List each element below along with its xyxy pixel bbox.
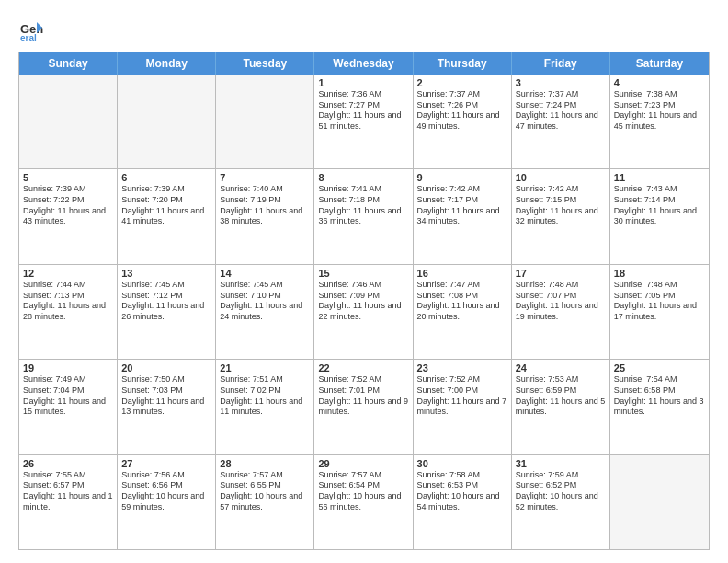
svg-text:eral: eral [20, 33, 37, 42]
cell-info: Sunrise: 7:38 AM Sunset: 7:23 PM Dayligh… [614, 89, 705, 132]
cell-date: 25 [614, 362, 705, 373]
calendar-cell: 30Sunrise: 7:58 AM Sunset: 6:53 PM Dayli… [414, 455, 512, 549]
calendar-cell: 16Sunrise: 7:47 AM Sunset: 7:08 PM Dayli… [414, 265, 512, 359]
cell-info: Sunrise: 7:57 AM Sunset: 6:55 PM Dayligh… [220, 470, 310, 513]
cell-date: 3 [516, 77, 606, 88]
calendar: SundayMondayTuesdayWednesdayThursdayFrid… [18, 52, 710, 550]
cell-info: Sunrise: 7:42 AM Sunset: 7:15 PM Dayligh… [516, 184, 606, 227]
cell-date: 12 [23, 268, 113, 279]
calendar-cell: 29Sunrise: 7:57 AM Sunset: 6:54 PM Dayli… [314, 455, 413, 549]
cell-info: Sunrise: 7:43 AM Sunset: 7:14 PM Dayligh… [614, 184, 705, 227]
cell-info: Sunrise: 7:49 AM Sunset: 7:04 PM Dayligh… [23, 374, 113, 418]
cell-date: 31 [516, 458, 606, 469]
cell-info: Sunrise: 7:58 AM Sunset: 6:53 PM Dayligh… [417, 470, 507, 513]
cell-date: 24 [516, 362, 606, 373]
calendar-cell: 8Sunrise: 7:41 AM Sunset: 7:18 PM Daylig… [314, 169, 413, 263]
cell-date: 13 [121, 268, 211, 279]
cell-date: 1 [318, 77, 408, 88]
cell-date: 22 [318, 362, 408, 373]
cell-info: Sunrise: 7:59 AM Sunset: 6:52 PM Dayligh… [516, 470, 606, 513]
calendar-cell: 27Sunrise: 7:56 AM Sunset: 6:56 PM Dayli… [118, 455, 216, 549]
calendar-cell: 14Sunrise: 7:45 AM Sunset: 7:10 PM Dayli… [216, 265, 314, 359]
calendar-cell: 19Sunrise: 7:49 AM Sunset: 7:04 PM Dayli… [19, 360, 118, 454]
calendar-cell: 18Sunrise: 7:48 AM Sunset: 7:05 PM Dayli… [610, 265, 709, 359]
cell-info: Sunrise: 7:36 AM Sunset: 7:27 PM Dayligh… [318, 89, 408, 132]
cell-info: Sunrise: 7:50 AM Sunset: 7:03 PM Dayligh… [121, 374, 211, 418]
cell-date: 10 [516, 172, 606, 183]
cell-date: 18 [614, 268, 705, 279]
cell-date: 26 [23, 458, 113, 469]
cell-info: Sunrise: 7:47 AM Sunset: 7:08 PM Dayligh… [417, 280, 507, 323]
calendar-cell: 31Sunrise: 7:59 AM Sunset: 6:52 PM Dayli… [512, 455, 610, 549]
calendar-cell: 2Sunrise: 7:37 AM Sunset: 7:26 PM Daylig… [414, 75, 512, 168]
cell-info: Sunrise: 7:46 AM Sunset: 7:09 PM Dayligh… [318, 280, 408, 323]
calendar-cell: 11Sunrise: 7:43 AM Sunset: 7:14 PM Dayli… [610, 169, 709, 263]
header-cell-wednesday: Wednesday [314, 52, 413, 75]
cell-info: Sunrise: 7:39 AM Sunset: 7:22 PM Dayligh… [23, 184, 113, 227]
header-cell-thursday: Thursday [414, 52, 512, 75]
header-cell-sunday: Sunday [19, 52, 118, 75]
cell-info: Sunrise: 7:52 AM Sunset: 7:00 PM Dayligh… [417, 374, 507, 418]
cell-date: 28 [220, 458, 310, 469]
cell-info: Sunrise: 7:40 AM Sunset: 7:19 PM Dayligh… [220, 184, 310, 227]
cell-info: Sunrise: 7:39 AM Sunset: 7:20 PM Dayligh… [121, 184, 211, 227]
cell-date: 5 [23, 172, 113, 183]
calendar-cell: 9Sunrise: 7:42 AM Sunset: 7:17 PM Daylig… [414, 169, 512, 263]
calendar-cell [19, 75, 118, 168]
cell-date: 2 [417, 77, 507, 88]
calendar-cell: 12Sunrise: 7:44 AM Sunset: 7:13 PM Dayli… [19, 265, 118, 359]
calendar-cell: 7Sunrise: 7:40 AM Sunset: 7:19 PM Daylig… [216, 169, 314, 263]
calendar-cell: 28Sunrise: 7:57 AM Sunset: 6:55 PM Dayli… [216, 455, 314, 549]
header-cell-friday: Friday [512, 52, 610, 75]
calendar-cell: 25Sunrise: 7:54 AM Sunset: 6:58 PM Dayli… [610, 360, 709, 454]
cell-date: 6 [121, 172, 211, 183]
header-cell-monday: Monday [118, 52, 216, 75]
cell-info: Sunrise: 7:51 AM Sunset: 7:02 PM Dayligh… [220, 374, 310, 418]
cell-date: 19 [23, 362, 113, 373]
calendar-cell: 5Sunrise: 7:39 AM Sunset: 7:22 PM Daylig… [19, 169, 118, 263]
cell-date: 29 [318, 458, 408, 469]
cell-info: Sunrise: 7:37 AM Sunset: 7:26 PM Dayligh… [417, 89, 507, 132]
cell-date: 16 [417, 268, 507, 279]
cell-date: 17 [516, 268, 606, 279]
cell-date: 20 [121, 362, 211, 373]
header: Gen eral [18, 17, 710, 42]
calendar-cell [610, 455, 709, 549]
calendar-cell: 26Sunrise: 7:55 AM Sunset: 6:57 PM Dayli… [19, 455, 118, 549]
calendar-cell: 1Sunrise: 7:36 AM Sunset: 7:27 PM Daylig… [314, 75, 413, 168]
cell-date: 4 [614, 77, 705, 88]
calendar-cell: 17Sunrise: 7:48 AM Sunset: 7:07 PM Dayli… [512, 265, 610, 359]
calendar-row-2: 12Sunrise: 7:44 AM Sunset: 7:13 PM Dayli… [19, 265, 709, 360]
calendar-cell: 23Sunrise: 7:52 AM Sunset: 7:00 PM Dayli… [414, 360, 512, 454]
calendar-cell: 10Sunrise: 7:42 AM Sunset: 7:15 PM Dayli… [512, 169, 610, 263]
cell-info: Sunrise: 7:57 AM Sunset: 6:54 PM Dayligh… [318, 470, 408, 513]
cell-date: 8 [318, 172, 408, 183]
cell-info: Sunrise: 7:52 AM Sunset: 7:01 PM Dayligh… [318, 374, 408, 418]
logo: Gen eral [18, 17, 48, 42]
cell-date: 27 [121, 458, 211, 469]
calendar-cell: 4Sunrise: 7:38 AM Sunset: 7:23 PM Daylig… [610, 75, 709, 168]
calendar-cell: 3Sunrise: 7:37 AM Sunset: 7:24 PM Daylig… [512, 75, 610, 168]
cell-date: 11 [614, 172, 705, 183]
calendar-row-0: 1Sunrise: 7:36 AM Sunset: 7:27 PM Daylig… [19, 75, 709, 169]
cell-date: 9 [417, 172, 507, 183]
page: Gen eral SundayMondayTuesdayWednesdayThu… [0, 0, 728, 563]
calendar-header-row: SundayMondayTuesdayWednesdayThursdayFrid… [19, 52, 709, 75]
calendar-row-1: 5Sunrise: 7:39 AM Sunset: 7:22 PM Daylig… [19, 169, 709, 264]
cell-info: Sunrise: 7:44 AM Sunset: 7:13 PM Dayligh… [23, 280, 113, 323]
cell-info: Sunrise: 7:48 AM Sunset: 7:07 PM Dayligh… [516, 280, 606, 323]
cell-info: Sunrise: 7:37 AM Sunset: 7:24 PM Dayligh… [516, 89, 606, 132]
calendar-cell: 15Sunrise: 7:46 AM Sunset: 7:09 PM Dayli… [314, 265, 413, 359]
header-cell-saturday: Saturday [610, 52, 709, 75]
header-cell-tuesday: Tuesday [216, 52, 314, 75]
calendar-cell: 21Sunrise: 7:51 AM Sunset: 7:02 PM Dayli… [216, 360, 314, 454]
calendar-row-4: 26Sunrise: 7:55 AM Sunset: 6:57 PM Dayli… [19, 455, 709, 549]
cell-date: 21 [220, 362, 310, 373]
cell-date: 30 [417, 458, 507, 469]
cell-info: Sunrise: 7:55 AM Sunset: 6:57 PM Dayligh… [23, 470, 113, 513]
cell-info: Sunrise: 7:56 AM Sunset: 6:56 PM Dayligh… [121, 470, 211, 513]
calendar-cell: 20Sunrise: 7:50 AM Sunset: 7:03 PM Dayli… [118, 360, 216, 454]
cell-date: 7 [220, 172, 310, 183]
cell-date: 14 [220, 268, 310, 279]
cell-info: Sunrise: 7:48 AM Sunset: 7:05 PM Dayligh… [614, 280, 705, 323]
